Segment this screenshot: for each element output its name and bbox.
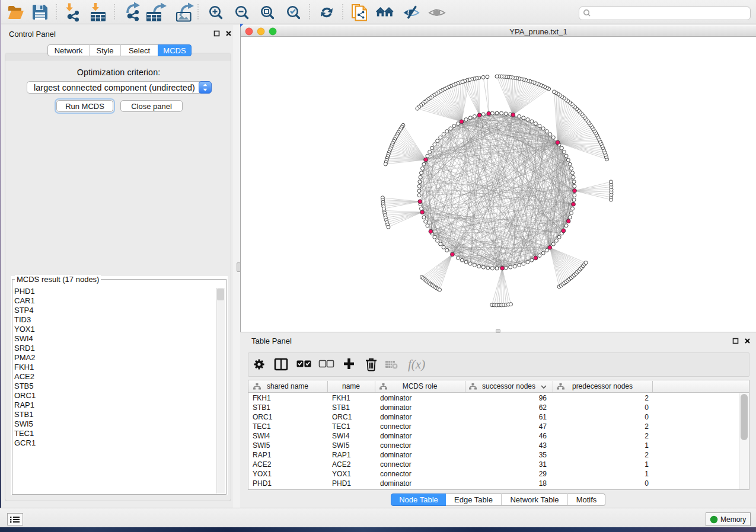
svg-text:f(x): f(x) — [408, 357, 425, 371]
